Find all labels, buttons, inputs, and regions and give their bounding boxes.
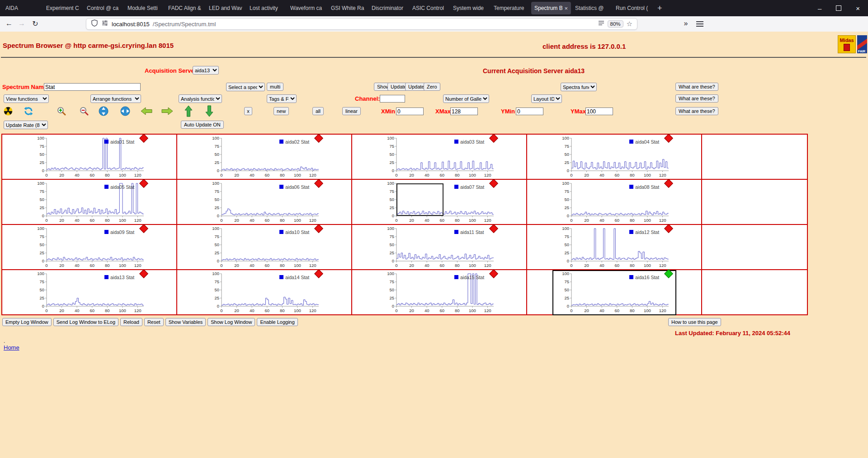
forward-button[interactable]: →: [16, 19, 27, 28]
x-button[interactable]: x: [244, 107, 252, 115]
maximize-button[interactable]: [836, 5, 841, 11]
shield-icon[interactable]: [91, 19, 98, 28]
unzoom-y-icon[interactable]: [99, 106, 108, 118]
ymin-input[interactable]: [516, 107, 543, 115]
spectrum-chart[interactable]: 1007550250020406080100120aida16 Stat: [553, 271, 675, 314]
what-are-these-button-2[interactable]: What are these?: [675, 94, 718, 103]
log-button[interactable]: Send Log Window to ELog: [53, 318, 118, 326]
spectrum-chart[interactable]: 1007550250020406080100120aida02 Stat: [203, 136, 326, 179]
reload-button[interactable]: ↻: [30, 19, 41, 28]
pan-down-icon[interactable]: [205, 105, 213, 119]
channel-input[interactable]: [380, 95, 405, 103]
refresh-icon[interactable]: [24, 106, 33, 118]
close-button[interactable]: ×: [856, 5, 860, 12]
xmin-input[interactable]: [396, 107, 424, 115]
view-functions-dropdown[interactable]: View functions: [4, 94, 49, 103]
reader-mode-icon[interactable]: [598, 20, 604, 28]
spectrum-chart[interactable]: 1007550250020406080100120aida13 Stat: [28, 271, 151, 314]
back-button[interactable]: ←: [4, 19, 14, 28]
permissions-icon[interactable]: [101, 19, 108, 28]
spectrum-cell[interactable]: 1007550250020406080100120aida15 Stat: [352, 270, 527, 314]
home-link[interactable]: Home: [4, 344, 19, 351]
spectrum-chart[interactable]: 1007550250020406080100120aida12 Stat: [553, 226, 675, 269]
xmax-input[interactable]: [450, 107, 478, 115]
spectrum-chart[interactable]: 1007550250020406080100120aida03 Stat: [378, 136, 500, 179]
tab[interactable]: Statistics @: [572, 2, 612, 14]
tab[interactable]: GSI White Ra: [328, 2, 368, 14]
tab[interactable]: Lost activity: [246, 2, 286, 14]
log-button[interactable]: Reload: [120, 318, 142, 326]
tab-close-icon[interactable]: ×: [564, 5, 568, 12]
log-button[interactable]: Reset: [144, 318, 164, 326]
spectrum-cell[interactable]: 1007550250020406080100120aida09 Stat: [2, 225, 177, 269]
spectrum-cell[interactable]: 1007550250020406080100120aida16 Stat: [527, 270, 702, 314]
multi-button[interactable]: multi: [267, 83, 283, 91]
spectrum-chart[interactable]: 1007550250020406080100120aida04 Stat: [553, 136, 675, 179]
tab[interactable]: Temperature: [491, 2, 530, 14]
url-bar[interactable]: localhost:8015/Spectrum/Spectrum.tml 80%…: [86, 18, 637, 30]
analysis-functions-dropdown[interactable]: Analysis functions: [179, 94, 222, 103]
tab[interactable]: Module Setti: [124, 2, 164, 14]
what-are-these-button-1[interactable]: What are these?: [675, 83, 718, 91]
spectrum-chart[interactable]: 1007550250020406080100120aida09 Stat: [28, 226, 151, 269]
all-button[interactable]: all: [312, 107, 324, 115]
zoom-level-badge[interactable]: 80%: [608, 20, 623, 28]
log-button[interactable]: Show Variables: [165, 318, 206, 326]
bookmark-star-icon[interactable]: ☆: [627, 20, 632, 28]
update-rate-dropdown[interactable]: Update Rate (8 secs): [4, 121, 48, 129]
spectrum-chart[interactable]: 1007550250020406080100120aida14 Stat: [203, 271, 326, 314]
zero-button[interactable]: Zero: [424, 83, 440, 91]
spectrum-cell[interactable]: 1007550250020406080100120aida13 Stat: [2, 270, 177, 314]
spectrum-chart[interactable]: 1007550250020406080100120aida06 Stat: [203, 181, 326, 224]
linear-button[interactable]: linear: [342, 107, 361, 115]
tab[interactable]: Discriminator: [368, 2, 408, 14]
spectrum-name-input[interactable]: [44, 83, 141, 91]
minimize-button[interactable]: –: [818, 5, 821, 12]
unzoom-x-icon[interactable]: [120, 106, 130, 118]
overflow-menu-icon[interactable]: »: [680, 19, 691, 28]
tab[interactable]: ASIC Control: [409, 2, 449, 14]
tags-fits-dropdown[interactable]: Tags & Fits: [267, 94, 297, 103]
spectrum-cell[interactable]: 1007550250020406080100120aida06 Stat: [177, 180, 352, 224]
pan-right-icon[interactable]: [161, 107, 173, 117]
spectrum-chart[interactable]: 1007550250020406080100120aida01 Stat: [28, 136, 151, 179]
tab[interactable]: Control @ ca: [84, 2, 123, 14]
tab[interactable]: LED and Wav: [206, 2, 245, 14]
auto-update-button[interactable]: Auto Update ON: [181, 121, 224, 129]
tab[interactable]: FADC Align &: [165, 2, 205, 14]
spectrum-cell[interactable]: 1007550250020406080100120aida12 Stat: [527, 225, 702, 269]
arrange-functions-dropdown[interactable]: Arrange functions: [90, 94, 141, 103]
pan-left-icon[interactable]: [141, 107, 152, 117]
tab[interactable]: Run Control (: [613, 2, 652, 14]
log-button[interactable]: Show Log Window: [208, 318, 255, 326]
new-button[interactable]: new: [274, 107, 289, 115]
spectrum-chart[interactable]: 1007550250020406080100120aida08 Stat: [553, 181, 675, 224]
spectrum-chart[interactable]: 1007550250020406080100120aida05 Stat: [28, 181, 151, 224]
pan-up-icon[interactable]: [184, 105, 193, 119]
log-button[interactable]: Empty Log Window: [2, 318, 52, 326]
zoom-out-icon[interactable]: [79, 106, 89, 118]
spectrum-chart[interactable]: 1007550250020406080100120aida11 Stat: [378, 226, 500, 269]
tab[interactable]: AIDA: [2, 2, 42, 14]
spectrum-cell[interactable]: 1007550250020406080100120aida10 Stat: [177, 225, 352, 269]
fair-logo[interactable]: FAIR: [857, 35, 867, 53]
spectrum-chart[interactable]: 1007550250020406080100120aida15 Stat: [378, 271, 500, 314]
select-spectrum-dropdown[interactable]: Select a spectrum: [226, 83, 265, 91]
tab[interactable]: System wide: [450, 2, 490, 14]
radiation-icon[interactable]: [4, 107, 13, 117]
tab[interactable]: Experiment C: [43, 2, 83, 14]
spectrum-cell[interactable]: 1007550250020406080100120aida04 Stat: [527, 135, 702, 179]
log-button[interactable]: Enable Logging: [257, 318, 297, 326]
what-are-these-button-3[interactable]: What are these?: [675, 107, 718, 115]
acquisition-server-select[interactable]: aida13: [193, 66, 219, 75]
tab[interactable]: Waveform ca: [287, 2, 327, 14]
spectrum-cell[interactable]: 1007550250020406080100120aida11 Stat: [352, 225, 527, 269]
spectrum-cell[interactable]: 1007550250020406080100120aida02 Stat: [177, 135, 352, 179]
menu-button[interactable]: [696, 21, 703, 28]
spectrum-chart[interactable]: 1007550250020406080100120aida07 Stat: [378, 181, 500, 224]
zoom-in-icon[interactable]: [57, 106, 66, 118]
number-of-galleries-dropdown[interactable]: Number of Galleries: [443, 94, 489, 103]
spectrum-chart[interactable]: 1007550250020406080100120aida10 Stat: [203, 226, 326, 269]
midas-logo[interactable]: Midas: [838, 35, 856, 53]
spectrum-cell[interactable]: 1007550250020406080100120aida14 Stat: [177, 270, 352, 314]
